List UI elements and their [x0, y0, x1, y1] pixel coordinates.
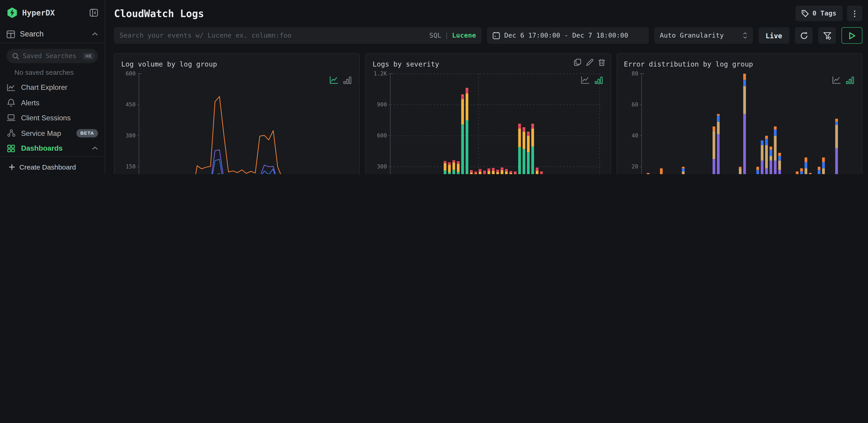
svg-text:300: 300 [377, 163, 387, 170]
lucene-toggle[interactable]: Lucene [452, 32, 476, 39]
sidebar-item-alerts[interactable]: Alerts [0, 95, 104, 110]
bar-mode-icon[interactable] [846, 76, 854, 84]
plus-icon [9, 164, 15, 170]
edit-icon[interactable] [586, 59, 594, 66]
sidebar-item-client-sessions[interactable]: Client Sessions [0, 110, 104, 125]
event-search-placeholder: Search your events w/ Lucene ex. column:… [120, 32, 429, 39]
bell-icon [7, 98, 16, 107]
granularity-value: Auto Granularity [660, 32, 724, 39]
svg-text:60: 60 [632, 101, 638, 108]
sidebar-item-chart-explorer[interactable]: Chart Explorer [0, 80, 104, 95]
line-mode-icon[interactable] [581, 76, 590, 84]
tags-button[interactable]: 0 Tags [795, 5, 843, 21]
sidebar-collapse-icon[interactable] [90, 9, 98, 17]
svg-text:1.2K: 1.2K [374, 70, 387, 77]
saved-searches-input[interactable]: Saved Searches ⌘K [7, 49, 98, 63]
calendar-icon [493, 32, 500, 39]
svg-text:900: 900 [377, 101, 387, 108]
select-chevrons-icon [743, 32, 747, 39]
app-window: HyperDX Search Saved Searches ⌘K No save… [0, 0, 868, 174]
chart-mode-toggle [330, 76, 351, 84]
delete-icon[interactable] [598, 59, 605, 66]
sidebar-nav: Chart ExplorerAlertsClient SessionsServi… [0, 80, 104, 156]
main-content: CloudWatch Logs 0 Tags ⋮ Search your eve… [105, 0, 868, 174]
beta-badge: BETA [76, 129, 98, 137]
table-icon [7, 30, 15, 38]
date-range-picker[interactable]: Dec 6 17:00:00 - Dec 7 18:00:00 [487, 27, 649, 44]
sidebar-item-label: Client Sessions [21, 114, 70, 122]
chart-mode-toggle [832, 76, 854, 84]
chart-title: Logs by severity [373, 60, 604, 68]
tags-label: 0 Tags [812, 9, 836, 17]
charts-row: Log volume by log group0150300450600Dec … [114, 53, 863, 174]
search-section-label: Search [20, 30, 44, 38]
filter-button[interactable] [818, 27, 836, 44]
laptop-icon [7, 114, 16, 121]
hyperdx-logo-icon [7, 7, 18, 19]
divider [0, 43, 104, 43]
svg-text:150: 150 [126, 163, 136, 170]
grid-icon [7, 144, 16, 152]
chart-plot[interactable]: 03006009001.2KDec 6 5:00:00 PM3:30:00 AM… [373, 68, 604, 174]
live-label: Live [766, 31, 782, 39]
saved-searches-placeholder: Saved Searches [23, 52, 79, 60]
sidebar-section-search[interactable]: Search [0, 26, 104, 43]
chart-title: Log volume by log group [121, 60, 352, 68]
no-saved-searches-label: No saved searches [0, 63, 104, 80]
chevron-up-icon [92, 146, 98, 150]
sidebar-item-label: Alerts [21, 98, 39, 107]
run-query-button[interactable] [841, 27, 862, 44]
logo-text: HyperDX [22, 8, 85, 17]
chart-card-error-distribution: Error distribution by log group020406080… [617, 53, 862, 174]
kebab-icon: ⋮ [851, 9, 859, 18]
chart-mode-toggle [581, 76, 603, 84]
play-icon [849, 32, 855, 39]
svg-text:80: 80 [632, 70, 638, 77]
sql-toggle[interactable]: SQL [429, 32, 441, 39]
bar-mode-icon[interactable] [594, 76, 603, 84]
search-icon [12, 52, 19, 60]
granularity-select[interactable]: Auto Granularity [654, 27, 753, 44]
line-mode-icon[interactable] [330, 76, 339, 84]
chart-card-log-volume: Log volume by log group0150300450600Dec … [114, 53, 360, 174]
create-dashboard-button[interactable]: Create Dashboard [0, 157, 104, 171]
chart-actions [574, 59, 605, 66]
svg-text:450: 450 [126, 101, 136, 108]
event-search-input[interactable]: Search your events w/ Lucene ex. column:… [114, 27, 482, 44]
svg-text:600: 600 [377, 132, 387, 139]
chart-title: Error distribution by log group [624, 60, 855, 68]
sidebar-item-label: Chart Explorer [21, 83, 67, 91]
live-button[interactable]: Live [758, 27, 789, 44]
svg-text:300: 300 [126, 132, 136, 139]
svg-text:40: 40 [632, 132, 638, 139]
chart-card-logs-by-severity: Logs by severity03006009001.2KDec 6 5:00… [366, 53, 611, 174]
page-title: CloudWatch Logs [114, 7, 204, 19]
refresh-button[interactable] [795, 27, 813, 44]
chevron-up-icon[interactable] [92, 32, 98, 36]
sidebar-item-service-map[interactable]: Service MapBETA [0, 125, 104, 141]
shortcut-badge: ⌘K [83, 52, 95, 60]
language-separator: | [445, 32, 449, 39]
date-range-value: Dec 6 17:00:00 - Dec 7 18:00:00 [504, 32, 628, 39]
sidebar-item-dashboards[interactable]: Dashboards [0, 141, 104, 156]
filter-icon [823, 31, 831, 39]
duplicate-icon[interactable] [574, 59, 581, 66]
sidebar: HyperDX Search Saved Searches ⌘K No save… [0, 0, 105, 174]
line-mode-icon[interactable] [832, 76, 841, 84]
logo-row: HyperDX [0, 0, 104, 26]
chart-plot[interactable]: 0150300450600Dec 6 5:00:00 PM3:30:00 AM5… [121, 68, 352, 174]
chart-plot[interactable]: 020406080Dec 6 5:00:00 PM3:30:00 AM5:30:… [624, 68, 855, 174]
svg-text:20: 20 [632, 163, 638, 170]
tag-icon [801, 10, 809, 17]
chart-line-icon [7, 83, 16, 91]
more-menu-button[interactable]: ⋮ [847, 5, 863, 21]
refresh-icon [800, 31, 808, 39]
create-dashboard-label: Create Dashboard [19, 163, 76, 171]
svg-text:600: 600 [126, 70, 136, 77]
sidebar-item-label: Service Map [21, 129, 61, 137]
sidebar-item-label: Dashboards [21, 144, 63, 152]
bar-mode-icon[interactable] [343, 76, 351, 84]
network-icon [7, 129, 16, 137]
